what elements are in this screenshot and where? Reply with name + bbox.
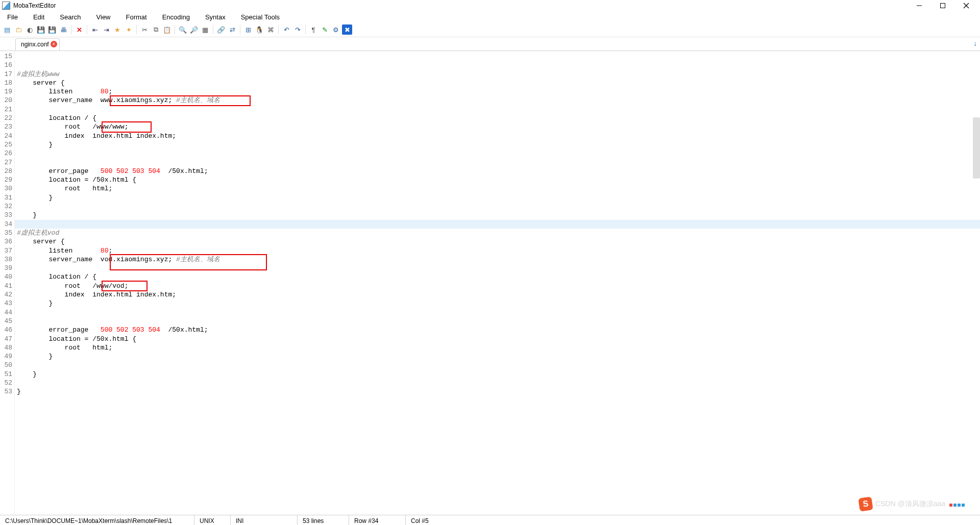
menu-encoding[interactable]: Encoding [160, 12, 192, 22]
code-line[interactable] [15, 52, 980, 61]
code-line[interactable]: listen 80; [15, 87, 980, 96]
menu-format[interactable]: Format [124, 12, 149, 22]
code-line[interactable] [15, 308, 980, 317]
titlebar: MobaTextEditor [0, 0, 980, 11]
code-line[interactable]: server_name vod.xiaomings.xyz; #主机名、域名 [15, 255, 980, 264]
menu-file[interactable]: File [5, 12, 20, 22]
code-line[interactable] [15, 361, 980, 369]
copy-icon[interactable]: ⧉ [151, 24, 161, 35]
code-line[interactable]: root /www/www; [15, 122, 980, 131]
settings-icon[interactable]: ⚙ [331, 24, 341, 35]
minimize-button[interactable] [908, 0, 931, 11]
link-icon[interactable]: 🔗 [216, 24, 226, 35]
code-line[interactable]: index index.html index.htm; [15, 132, 980, 140]
maximize-button[interactable] [931, 0, 954, 11]
cut-icon[interactable]: ✂ [139, 24, 150, 35]
save-all-icon[interactable]: 💾 [47, 24, 57, 35]
code-line[interactable]: root /www/vod; [15, 282, 980, 290]
line-number: 24 [0, 132, 14, 140]
code-line[interactable]: root html; [15, 343, 980, 352]
zoom-out-icon[interactable]: 🔎 [189, 24, 199, 35]
code-line[interactable]: } [15, 387, 980, 396]
code-line[interactable]: } [15, 211, 980, 219]
code-line[interactable]: } [15, 140, 980, 149]
line-number: 49 [0, 352, 14, 361]
code-line[interactable] [15, 317, 980, 326]
toolbar-separator [136, 25, 137, 34]
bookmark-add-icon[interactable]: ✦ [124, 24, 134, 35]
code-line[interactable] [15, 105, 980, 114]
code-line[interactable]: location = /50x.html { [15, 176, 980, 184]
toolbar: ▤🗀◐💾💾🖶✕⇤⇥★✦✂⧉📋🔍🔎▦🔗⇄⊞🐧⌘↶↷¶✎⚙✖ [0, 22, 980, 37]
color-picker-icon[interactable]: ✎ [320, 24, 330, 35]
code-line[interactable] [15, 264, 980, 272]
code-line[interactable] [15, 220, 980, 229]
break-icon[interactable]: ⇄ [227, 24, 237, 35]
code-line[interactable]: error_page 500 502 503 504 /50x.html; [15, 326, 980, 334]
zoom-in-icon[interactable]: 🔍 [178, 24, 188, 35]
code-line[interactable]: listen 80; [15, 246, 980, 255]
syntax-icon[interactable]: ▦ [200, 24, 210, 35]
code-line[interactable]: location = /50x.html { [15, 335, 980, 343]
linux-icon[interactable]: 🐧 [254, 24, 264, 35]
line-number: 28 [0, 167, 14, 176]
close-file-icon[interactable]: ✕ [74, 24, 84, 35]
line-number: 27 [0, 158, 14, 167]
menu-view[interactable]: View [94, 12, 113, 22]
code-line[interactable]: } [15, 299, 980, 308]
line-number: 52 [0, 379, 14, 387]
pilcrow-icon[interactable]: ¶ [308, 24, 318, 35]
code-line[interactable]: #虚拟主机www [15, 70, 980, 79]
code-line[interactable] [15, 149, 980, 158]
close-icon[interactable] [51, 41, 57, 47]
code-line[interactable]: server { [15, 237, 980, 246]
code-line[interactable] [15, 202, 980, 211]
code-line[interactable] [15, 379, 980, 387]
code-line[interactable]: #虚拟主机vod [15, 229, 980, 237]
bookmark-icon[interactable]: ★ [112, 24, 122, 35]
menu-syntax[interactable]: Syntax [203, 12, 228, 22]
new-file-icon[interactable]: ▤ [2, 24, 12, 35]
line-number: 51 [0, 370, 14, 379]
menu-special-tools[interactable]: Special Tools [239, 12, 282, 22]
apple-icon[interactable]: ⌘ [265, 24, 276, 35]
code-line[interactable]: location / { [15, 114, 980, 122]
save-icon[interactable]: 💾 [36, 24, 46, 35]
code-line[interactable]: index index.html index.htm; [15, 290, 980, 299]
windows-icon[interactable]: ⊞ [243, 24, 253, 35]
menu-edit[interactable]: Edit [31, 12, 46, 22]
stop-icon[interactable]: ✖ [342, 24, 352, 35]
vertical-scrollbar[interactable] [973, 117, 980, 179]
window-title: MobaTextEditor [13, 2, 56, 9]
line-number: 21 [0, 105, 14, 114]
code-line[interactable]: server_name www.xiaomings.xyz; #主机名、域名 [15, 96, 980, 105]
tab-overflow-button[interactable]: ↓ [973, 39, 977, 47]
outdent-icon[interactable]: ⇤ [90, 24, 100, 35]
code-line[interactable]: server { [15, 79, 980, 87]
code-line[interactable]: } [15, 193, 980, 202]
code-line[interactable]: root html; [15, 184, 980, 193]
paste-icon[interactable]: 📋 [162, 24, 172, 35]
menu-search[interactable]: Search [58, 12, 83, 22]
tab-nginx-conf[interactable]: nginx.conf [15, 38, 60, 51]
editor[interactable]: 1516171819202122232425262728293031323334… [0, 51, 980, 515]
code-line[interactable]: } [15, 370, 980, 379]
indent-icon[interactable]: ⇥ [101, 24, 111, 35]
undo-icon[interactable]: ↶ [281, 24, 291, 35]
svg-rect-1 [941, 4, 945, 8]
print-icon[interactable]: 🖶 [58, 24, 68, 35]
line-number: 29 [0, 176, 14, 184]
redo-icon[interactable]: ↷ [292, 24, 303, 35]
code-area[interactable]: #虚拟主机www server { listen 80; server_name… [15, 51, 980, 515]
code-line[interactable] [15, 61, 980, 69]
code-line[interactable]: } [15, 352, 980, 361]
close-button[interactable] [954, 0, 978, 11]
line-number: 50 [0, 361, 14, 369]
reload-icon[interactable]: ◐ [24, 24, 35, 35]
open-file-icon[interactable]: 🗀 [13, 24, 23, 35]
code-line[interactable]: error_page 500 502 503 504 /50x.html; [15, 167, 980, 176]
line-number: 37 [0, 246, 14, 255]
code-line[interactable] [15, 158, 980, 167]
code-line[interactable]: location / { [15, 272, 980, 281]
line-number: 34 [0, 220, 14, 229]
